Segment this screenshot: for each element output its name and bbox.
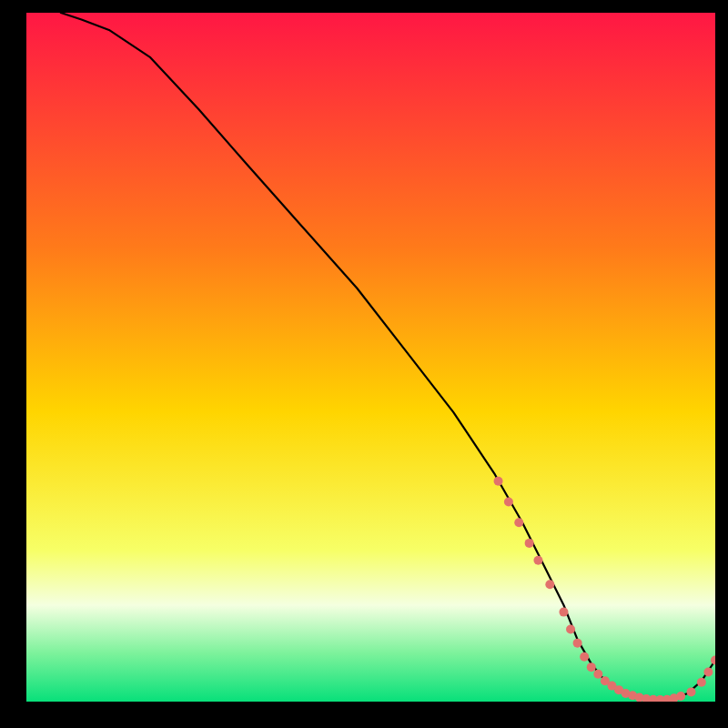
- data-point: [514, 518, 523, 527]
- data-point: [525, 539, 534, 548]
- data-point: [559, 608, 568, 617]
- data-point: [697, 678, 706, 687]
- data-point: [504, 497, 513, 506]
- gradient-background: [26, 13, 715, 702]
- data-point: [593, 670, 602, 679]
- data-point: [566, 625, 575, 634]
- bottleneck-chart: [26, 13, 715, 702]
- data-point: [687, 687, 696, 696]
- chart-frame: TheBottleneck.com: [26, 13, 715, 702]
- data-point: [545, 580, 554, 589]
- data-point: [573, 639, 582, 648]
- data-point: [580, 652, 589, 662]
- data-point: [703, 667, 713, 676]
- data-point: [587, 662, 596, 672]
- data-point: [533, 556, 542, 565]
- data-point: [676, 692, 685, 701]
- data-point: [494, 477, 503, 486]
